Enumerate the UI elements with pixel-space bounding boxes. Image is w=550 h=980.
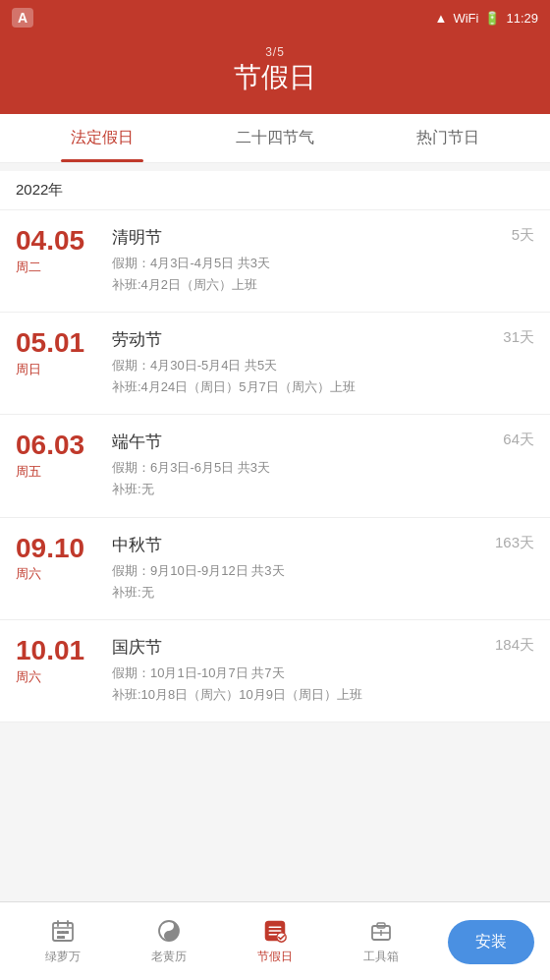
holiday-name-0: 清明节 — [112, 226, 485, 249]
holiday-item-guoqing: 10.01 周六 国庆节 假期：10月1日-10月7日 共7天 补班:10月8日… — [0, 620, 550, 722]
tab-popular-holiday[interactable]: 热门节日 — [397, 114, 499, 162]
holiday-detail1-1: 假期：4月30日-5月4日 共5天 — [112, 355, 485, 376]
holiday-days-3: 163天 — [485, 534, 534, 552]
holiday-info-zhongqiu: 中秋节 假期：9月10日-9月12日 共3天 补班:无 — [104, 534, 485, 604]
holiday-item-laodong: 05.01 周日 劳动节 假期：4月30日-5月4日 共5天 补班:4月24日（… — [0, 313, 550, 415]
svg-rect-8 — [61, 936, 65, 939]
nav-item-toolbox[interactable]: 工具箱 — [328, 917, 434, 965]
nav-item-almanac[interactable]: 老黄历 — [116, 917, 222, 965]
date-num-0501: 05.01 — [16, 328, 104, 359]
date-num-0405: 04.05 — [16, 226, 104, 257]
nav-item-holiday[interactable]: 节假日 — [222, 917, 328, 965]
holiday-list: 04.05 周二 清明节 假期：4月3日-4月5日 共3天 补班:4月2日（周六… — [0, 210, 550, 722]
bottom-nav: 绿萝万 老黄历 节假日 — [0, 901, 550, 980]
holiday-detail2-3: 补班:无 — [112, 582, 485, 604]
holiday-info-laodong: 劳动节 假期：4月30日-5月4日 共5天 补班:4月24日（周日）5月7日（周… — [104, 328, 485, 398]
holiday-detail1-0: 假期：4月3日-4月5日 共3天 — [112, 253, 485, 274]
holiday-days-2: 64天 — [485, 431, 534, 449]
date-day-0501: 周日 — [16, 361, 104, 378]
date-num-0603: 06.03 — [16, 431, 104, 461]
holiday-date-0910: 09.10 周六 — [16, 534, 104, 584]
holiday-detail2-4: 补班:10月8日（周六）10月9日（周日）上班 — [112, 684, 485, 706]
nav-label-almanac: 老黄历 — [151, 949, 187, 965]
holiday-info-guoqing: 国庆节 假期：10月1日-10月7日 共7天 补班:10月8日（周六）10月9日… — [104, 636, 485, 706]
holiday-item-duanwu: 06.03 周五 端午节 假期：6月3日-6月5日 共3天 补班:无 64天 — [0, 415, 550, 517]
tab-legal-holiday[interactable]: 法定假日 — [51, 114, 153, 162]
nav-label-calendar: 绿萝万 — [45, 949, 81, 965]
holiday-detail1-3: 假期：9月10日-9月12日 共3天 — [112, 560, 485, 582]
holiday-name-2: 端午节 — [112, 431, 485, 453]
svg-point-10 — [167, 924, 171, 928]
svg-point-11 — [167, 934, 171, 938]
holiday-detail2-2: 补班:无 — [112, 479, 485, 500]
holiday-item-zhongqiu: 09.10 周六 中秋节 假期：9月10日-9月12日 共3天 补班:无 163… — [0, 518, 550, 620]
battery-icon: 🔋 — [484, 11, 500, 26]
date-day-1001: 周六 — [16, 668, 104, 686]
holiday-name-1: 劳动节 — [112, 328, 485, 351]
holiday-date-0603: 06.03 周五 — [16, 431, 104, 481]
status-right: ▲ WiFi 🔋 11:29 — [435, 11, 538, 26]
holiday-detail1-2: 假期：6月3日-6月5日 共3天 — [112, 457, 485, 479]
app-label: A — [12, 8, 33, 28]
checklist-icon — [261, 917, 289, 945]
tab-solar-terms[interactable]: 二十四节气 — [216, 114, 334, 162]
holiday-info-duanwu: 端午节 假期：6月3日-6月5日 共3天 补班:无 — [104, 431, 485, 500]
app-header: 3/5 节假日 — [0, 35, 550, 114]
yin-yang-icon — [155, 917, 183, 945]
install-button[interactable]: 安装 — [448, 920, 534, 964]
svg-rect-6 — [65, 931, 69, 934]
svg-rect-4 — [57, 931, 61, 934]
holiday-days-1: 31天 — [485, 328, 534, 347]
holiday-date-1001: 10.01 周六 — [16, 636, 104, 686]
date-day-0405: 周二 — [16, 259, 104, 276]
holiday-detail1-4: 假期：10月1日-10月7日 共7天 — [112, 663, 485, 684]
wifi-icon: WiFi — [453, 11, 478, 26]
holiday-detail2-1: 补班:4月24日（周日）5月7日（周六）上班 — [112, 376, 485, 398]
date-day-0910: 周六 — [16, 565, 104, 583]
holiday-name-4: 国庆节 — [112, 636, 485, 659]
status-bar: A ▲ WiFi 🔋 11:29 — [0, 0, 550, 35]
holiday-info-qingming: 清明节 假期：4月3日-4月5日 共3天 补班:4月2日（周六）上班 — [104, 226, 485, 296]
signal-icon: ▲ — [435, 11, 448, 26]
svg-rect-7 — [57, 936, 61, 939]
tab-bar: 法定假日 二十四节气 热门节日 — [0, 114, 550, 163]
date-num-0910: 09.10 — [16, 534, 104, 564]
header-badge: 3/5 — [0, 45, 550, 59]
holiday-days-4: 184天 — [485, 636, 534, 655]
header-title: 节假日 — [0, 59, 550, 96]
time-display: 11:29 — [506, 11, 538, 26]
date-num-1001: 10.01 — [16, 636, 104, 666]
toolbox-icon — [367, 917, 395, 945]
holiday-detail2-0: 补班:4月2日（周六）上班 — [112, 274, 485, 296]
nav-item-calendar[interactable]: 绿萝万 — [10, 917, 116, 965]
calendar-icon — [49, 917, 77, 945]
svg-rect-5 — [61, 931, 65, 934]
nav-label-toolbox: 工具箱 — [363, 949, 399, 965]
year-label: 2022年 — [0, 171, 550, 210]
holiday-days-0: 5天 — [485, 226, 534, 245]
holiday-item-qingming: 04.05 周二 清明节 假期：4月3日-4月5日 共3天 补班:4月2日（周六… — [0, 210, 550, 313]
holiday-name-3: 中秋节 — [112, 534, 485, 556]
nav-label-holiday: 节假日 — [257, 949, 293, 965]
holiday-date-0501: 05.01 周日 — [16, 328, 104, 378]
date-day-0603: 周五 — [16, 463, 104, 481]
holiday-date-0404: 04.05 周二 — [16, 226, 104, 276]
